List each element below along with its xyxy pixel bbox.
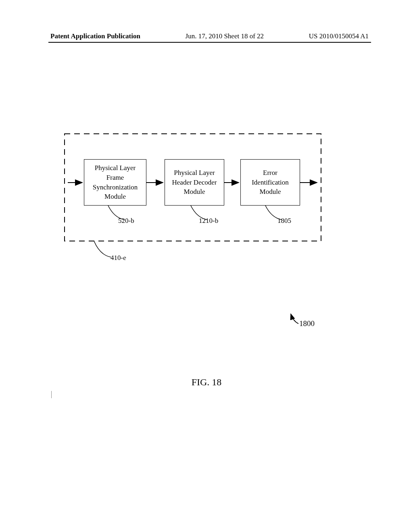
ref-label-410e: 410-e: [111, 254, 126, 262]
box2-line1: Physical Layer: [174, 168, 215, 178]
arrow-out: [300, 179, 322, 187]
box2-line3: Module: [184, 187, 205, 197]
figure-label: FIG. 18: [0, 377, 413, 388]
box1-line4: Module: [104, 192, 126, 202]
block-physical-layer-frame-sync: Physical Layer Frame Synchronization Mod…: [84, 159, 146, 206]
header-publication: Patent Application Publication: [50, 32, 140, 40]
header-pub-number: US 2010/0150054 A1: [309, 32, 369, 40]
ref-label-1800: 1800: [299, 319, 315, 328]
header-date-sheet: Jun. 17, 2010 Sheet 18 of 22: [186, 32, 264, 40]
block-diagram: Physical Layer Frame Synchronization Mod…: [64, 133, 322, 242]
ref-label-1805: 1805: [277, 217, 291, 225]
arrow-2-to-3: [224, 179, 244, 187]
text-cursor: [51, 391, 52, 398]
ref-label-520b: 520-b: [118, 217, 134, 225]
header-rule: [48, 42, 371, 43]
box3-line2: Identification: [252, 178, 289, 187]
box1-line3: Synchronization: [93, 183, 138, 192]
box1-line2: Frame: [106, 173, 124, 183]
block-physical-layer-header-decoder: Physical Layer Header Decoder Module: [165, 159, 224, 206]
arrow-in: [68, 179, 88, 187]
box3-line3: Module: [260, 187, 281, 197]
ref-label-1210b: 1210-b: [199, 217, 218, 225]
arrow-1-to-2: [146, 179, 167, 187]
box3-line1: Error: [263, 168, 277, 178]
box1-line1: Physical Layer: [95, 163, 136, 173]
page-header: Patent Application Publication Jun. 17, …: [0, 32, 413, 40]
box2-line2: Header Decoder: [172, 178, 217, 187]
block-error-identification: Error Identification Module: [240, 159, 300, 206]
